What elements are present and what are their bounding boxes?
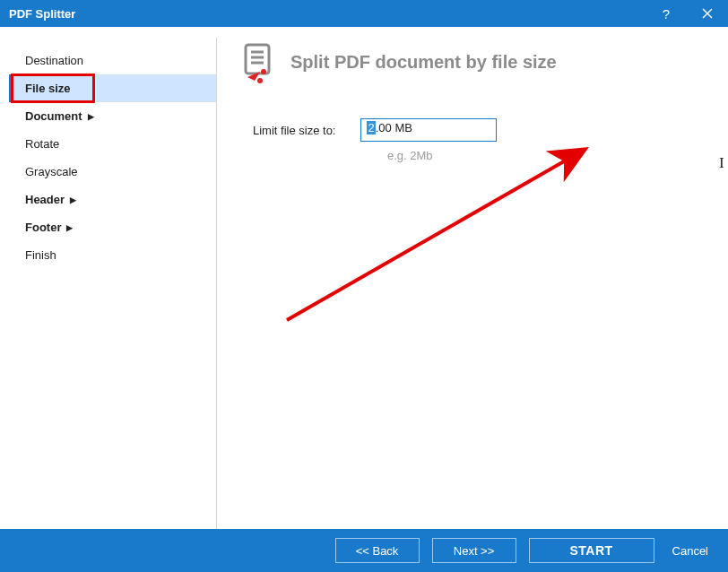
back-button-label: << Back bbox=[356, 544, 399, 558]
sidebar-item-label: File size bbox=[25, 82, 71, 95]
sidebar-item-footer[interactable]: Footer ▶ bbox=[9, 213, 216, 241]
app-window: PDF Splitter ? Destination File size bbox=[0, 0, 728, 572]
sidebar-item-rotate[interactable]: Rotate bbox=[9, 130, 216, 158]
text-cursor-icon: I bbox=[719, 154, 724, 172]
sidebar-item-label: Grayscale bbox=[25, 165, 78, 178]
split-document-icon bbox=[240, 43, 278, 81]
cancel-link[interactable]: Cancel bbox=[672, 544, 708, 558]
form-row: Limit file size to: 2.00 MB bbox=[253, 118, 701, 142]
close-button[interactable] bbox=[687, 0, 728, 27]
sidebar-item-label: Destination bbox=[25, 54, 83, 67]
start-button-label: START bbox=[569, 543, 612, 558]
sidebar-item-label: Rotate bbox=[25, 137, 59, 151]
footer-bar: << Back Next >> START Cancel bbox=[0, 529, 728, 572]
content-header: Split PDF document by file size bbox=[240, 43, 701, 81]
svg-line-8 bbox=[287, 151, 583, 320]
sidebar-item-label: Header bbox=[25, 193, 65, 206]
help-button[interactable]: ? bbox=[646, 0, 687, 27]
svg-point-7 bbox=[257, 78, 263, 83]
svg-point-6 bbox=[261, 69, 266, 74]
sidebar-item-grayscale[interactable]: Grayscale bbox=[9, 158, 216, 186]
sidebar-item-finish[interactable]: Finish bbox=[9, 241, 216, 269]
content-heading: Split PDF document by file size bbox=[290, 52, 557, 73]
chevron-right-icon: ▶ bbox=[70, 195, 76, 204]
chevron-right-icon: ▶ bbox=[66, 223, 73, 232]
close-icon bbox=[702, 6, 713, 22]
sidebar-item-label: Footer bbox=[25, 221, 61, 234]
sidebar: Destination File size Document ▶ Rotate … bbox=[9, 38, 217, 529]
body: Destination File size Document ▶ Rotate … bbox=[0, 27, 728, 529]
sidebar-item-document[interactable]: Document ▶ bbox=[9, 102, 216, 130]
app-title: PDF Splitter bbox=[9, 7, 75, 21]
limit-size-input[interactable]: 2.00 MB bbox=[360, 118, 497, 142]
sidebar-item-header[interactable]: Header ▶ bbox=[9, 186, 216, 213]
window-controls: ? bbox=[646, 0, 728, 27]
sidebar-item-destination[interactable]: Destination bbox=[9, 47, 216, 74]
chevron-right-icon: ▶ bbox=[88, 112, 94, 121]
help-icon: ? bbox=[663, 6, 670, 22]
input-selection: 2 bbox=[367, 121, 375, 134]
content-panel: Split PDF document by file size Limit fi… bbox=[217, 38, 719, 529]
sidebar-item-label: Document bbox=[25, 109, 82, 123]
back-button[interactable]: << Back bbox=[335, 538, 420, 563]
limit-size-hint: e.g. 2Mb bbox=[387, 149, 701, 162]
next-button[interactable]: Next >> bbox=[432, 538, 516, 563]
input-rest: .00 MB bbox=[376, 121, 412, 134]
sidebar-list: Destination File size Document ▶ Rotate … bbox=[9, 47, 216, 269]
sidebar-item-file-size[interactable]: File size bbox=[9, 74, 216, 102]
svg-rect-2 bbox=[246, 45, 269, 74]
titlebar: PDF Splitter ? bbox=[0, 0, 728, 27]
limit-size-label: Limit file size to: bbox=[253, 124, 335, 137]
start-button[interactable]: START bbox=[529, 538, 654, 563]
next-button-label: Next >> bbox=[454, 544, 495, 558]
sidebar-item-label: Finish bbox=[25, 248, 56, 262]
